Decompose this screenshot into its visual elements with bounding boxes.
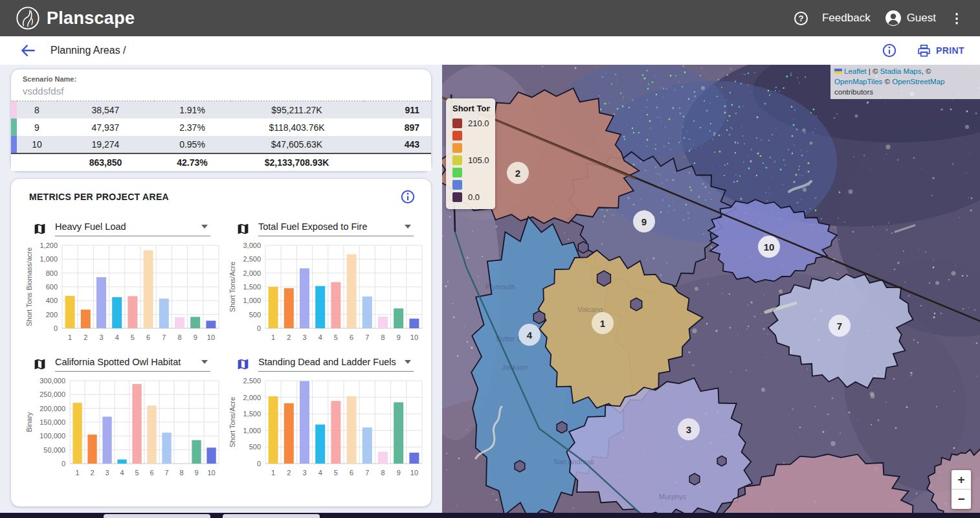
project-area-label-4[interactable]: 4 — [518, 324, 540, 346]
chart-block-spotted-owl: California Spotted Owl Habitat 050,00010… — [25, 357, 222, 483]
bottom-tab[interactable] — [223, 514, 320, 518]
svg-text:1: 1 — [600, 318, 605, 329]
openstreetmap-link[interactable]: OpenStreetMap — [892, 78, 944, 85]
brand[interactable]: Planscape — [16, 6, 135, 30]
total-acres: 863,850 — [57, 153, 154, 171]
map-legend: Short Ton 210.0 105.0 0.0 — [446, 98, 495, 209]
table-row[interactable]: 9 47,937 2.37% $118,403.76K 897 — [11, 118, 431, 136]
svg-text:0: 0 — [54, 324, 58, 332]
project-area-hole — [717, 456, 726, 466]
cell-count: 911 — [363, 101, 431, 118]
chart-block-heavy-fuel-load: Heavy Fuel Load 02004006008001,0001,2001… — [25, 221, 222, 348]
metric-select-2-value: Total Fuel Exposed to Fire — [258, 221, 367, 232]
zoom-in-button[interactable]: + — [952, 470, 971, 490]
zoom-out-button[interactable]: − — [952, 490, 971, 509]
svg-text:1: 1 — [271, 333, 275, 341]
svg-text:Short Tons/Acre: Short Tons/Acre — [228, 262, 236, 312]
info-icon[interactable] — [882, 43, 897, 58]
svg-text:3: 3 — [302, 333, 306, 341]
kebab-menu-icon[interactable]: ⋮ — [950, 12, 963, 25]
map-icon-active — [236, 357, 250, 371]
project-area-label-9[interactable]: 9 — [633, 210, 655, 232]
project-area-hole — [515, 460, 525, 472]
cell-count: 443 — [363, 136, 431, 153]
map-icon — [236, 222, 250, 236]
svg-text:Murphys: Murphys — [659, 493, 687, 501]
account-menu[interactable]: Guest — [885, 10, 936, 27]
breadcrumb-toolbar: Planning Areas / PRINT — [0, 36, 980, 65]
svg-text:Volcano: Volcano — [577, 306, 603, 313]
openmaptiles-link[interactable]: OpenMapTiles — [834, 78, 882, 85]
svg-text:6: 6 — [146, 333, 150, 341]
metrics-info-icon[interactable] — [400, 189, 416, 205]
project-area-hole — [533, 311, 544, 324]
svg-text:1: 1 — [271, 469, 275, 477]
project-area-label-7[interactable]: 7 — [829, 315, 851, 337]
svg-text:7: 7 — [837, 321, 842, 332]
back-button[interactable] — [19, 42, 36, 59]
metric-select-1[interactable]: Heavy Fuel Load — [55, 221, 210, 236]
svg-text:2: 2 — [515, 168, 520, 179]
metrics-card: METRICS PER PROJECT AREA Heavy Fuel Load — [10, 178, 432, 507]
legend-label: 210.0 — [468, 118, 489, 128]
map-canvas[interactable]: PlymouthVolcanoSutter CreekJacksonSan An… — [442, 65, 980, 518]
help-icon[interactable]: ? — [794, 12, 808, 25]
stadia-maps-link[interactable]: Stadia Maps — [880, 67, 922, 75]
svg-text:0: 0 — [257, 460, 261, 467]
bottom-strip — [0, 513, 980, 518]
legend-row — [452, 142, 490, 154]
bottom-tab[interactable] — [104, 514, 210, 518]
chevron-down-icon — [201, 360, 208, 364]
map[interactable]: PlymouthVolcanoSutter CreekJacksonSan An… — [442, 65, 980, 518]
svg-text:9: 9 — [194, 469, 198, 477]
legend-row — [452, 179, 490, 191]
leaflet-link[interactable]: Leaflet — [844, 67, 867, 75]
project-area-hole — [689, 473, 700, 485]
user-label: Guest — [907, 12, 936, 25]
project-area-label-2[interactable]: 2 — [507, 162, 529, 184]
svg-text:3: 3 — [105, 469, 109, 477]
svg-text:2,500: 2,500 — [243, 377, 261, 385]
svg-text:7: 7 — [164, 469, 168, 477]
svg-text:1,000: 1,000 — [243, 427, 261, 434]
page: Planscape ? Feedback Guest ⋮ Planning Ar… — [0, 0, 980, 518]
svg-text:0: 0 — [257, 324, 261, 332]
project-area-hole — [597, 271, 611, 286]
cell-acres: 19,274 — [57, 136, 154, 153]
total-cost: $2,133,708.93K — [230, 153, 363, 171]
cell-count: 897 — [363, 118, 431, 136]
project-area-hole — [578, 242, 588, 253]
cell-cost: $47,605.63K — [230, 136, 363, 153]
svg-text:9: 9 — [194, 333, 197, 341]
total-percent: 42.73% — [154, 153, 230, 171]
metric-select-3[interactable]: California Spotted Owl Habitat — [55, 357, 210, 372]
metric-select-2[interactable]: Total Fuel Exposed to Fire — [258, 221, 414, 236]
svg-text:6: 6 — [350, 469, 353, 477]
cell-area-id: 8 — [17, 101, 57, 118]
cell-acres: 47,937 — [57, 118, 154, 136]
project-area-label-3[interactable]: 3 — [678, 418, 700, 440]
legend-swatch — [452, 118, 462, 128]
contributors-label: contributors — [834, 88, 873, 96]
svg-text:200: 200 — [46, 311, 58, 319]
metric-select-4-value: Standing Dead and Ladder Fuels — [258, 357, 396, 367]
svg-text:8: 8 — [381, 333, 384, 341]
legend-swatch — [452, 168, 462, 177]
app-title: Planscape — [47, 8, 135, 28]
left-panel: Scenario Name: vsddsfdsf 8 38,547 1.91% … — [0, 65, 442, 518]
breadcrumb[interactable]: Planning Areas / — [50, 45, 126, 56]
svg-text:Binary: Binary — [25, 412, 33, 433]
project-area-label-10[interactable]: 10 — [758, 236, 780, 258]
svg-text:10: 10 — [207, 333, 215, 341]
cell-area-id: 9 — [17, 118, 57, 136]
feedback-link[interactable]: Feedback — [822, 12, 871, 25]
svg-text:500: 500 — [249, 443, 261, 451]
svg-text:400: 400 — [46, 297, 58, 304]
metric-select-4[interactable]: Standing Dead and Ladder Fuels — [258, 357, 414, 372]
svg-text:200,000: 200,000 — [39, 405, 65, 412]
print-button[interactable]: PRINT — [917, 43, 964, 58]
chart-block-total-fuel-exposed: Total Fuel Exposed to Fire 05001,0001,50… — [228, 221, 425, 348]
table-row[interactable]: 10 19,274 0.95% $47,605.63K 443 — [11, 136, 431, 153]
project-area-label-1[interactable]: 1 — [592, 312, 614, 334]
table-row[interactable]: 8 38,547 1.91% $95,211.27K 911 — [11, 101, 431, 118]
